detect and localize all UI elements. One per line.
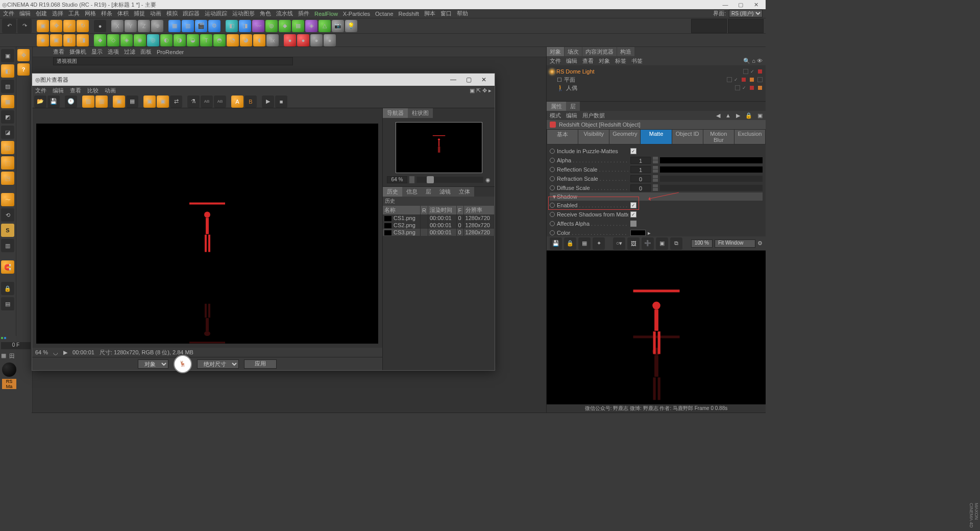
alpha-slider[interactable]	[660, 157, 763, 163]
axis-mode-icon[interactable]: ◪	[1, 126, 14, 139]
rv-image-icon[interactable]: 🖼	[627, 237, 640, 250]
pv-htab-stereo[interactable]: 立体	[455, 187, 474, 197]
pv-minimize-button[interactable]: —	[446, 76, 461, 83]
menu-mograph[interactable]: 运动图形	[232, 10, 255, 17]
rv-lock-icon[interactable]: 🔒	[564, 237, 576, 250]
menu-snap[interactable]: 捕捉	[134, 10, 145, 17]
scale-tool-icon[interactable]: ⤢	[63, 20, 76, 32]
obj-plane[interactable]: ☐ 平面 ✓	[550, 76, 763, 84]
obj-dome-light[interactable]: RS Dome Light ✓	[550, 67, 763, 76]
col-time[interactable]: 渲染时间	[428, 206, 456, 214]
rotate-tool-icon[interactable]: ↻	[77, 20, 89, 32]
render-canvas[interactable]	[547, 251, 766, 404]
pv-history-icon[interactable]: 🕙	[65, 95, 77, 108]
tb2-10[interactable]: ◐	[160, 34, 173, 46]
pv-menu-compare[interactable]: 比较	[87, 87, 99, 94]
tb2-r1[interactable]: ●	[284, 34, 296, 46]
menu-tracker[interactable]: 跟踪器	[183, 10, 200, 17]
pv-zoom-slider[interactable]	[416, 177, 483, 183]
lock-icon[interactable]: 🔒	[1, 282, 14, 295]
attr-nav-fwd-icon[interactable]: ▶	[736, 112, 740, 119]
menu-simulate[interactable]: 模拟	[166, 10, 178, 17]
pv-close-icon[interactable]: ▸	[488, 87, 492, 94]
pv-navigator-thumb[interactable]	[396, 122, 482, 173]
attr-nav-up-icon[interactable]: ▲	[725, 112, 731, 118]
tb2-14[interactable]: ◓	[213, 34, 226, 46]
menu-octane[interactable]: Octane	[375, 11, 393, 17]
tb2-9[interactable]: ◎	[147, 34, 159, 46]
menu-pipeline[interactable]: 流水线	[276, 10, 293, 17]
alpha-spinner[interactable]	[653, 157, 658, 164]
pv-dock-icon[interactable]: ▣	[470, 87, 475, 94]
at-visibility[interactable]: Visibility	[578, 130, 609, 144]
render-pv-icon[interactable]: ⚙	[208, 20, 220, 32]
model-mode-icon[interactable]: ◧	[1, 64, 14, 78]
deformer-icon[interactable]: ◈	[305, 20, 317, 32]
tb2-3[interactable]: ◧	[63, 34, 76, 46]
close-button[interactable]: ✕	[748, 2, 764, 8]
snap-p-icon[interactable]: ▥	[1, 239, 14, 252]
rs-tag-2[interactable]	[741, 77, 746, 82]
pv-bottom-apply[interactable]: 应用	[244, 359, 277, 369]
pv-ab-icon[interactable]: AB	[201, 95, 213, 108]
rv-zoom[interactable]: 100 %	[691, 239, 713, 248]
menu-animate[interactable]: 动画	[150, 10, 161, 17]
menu-help[interactable]: 帮助	[457, 10, 468, 17]
at-matte[interactable]: Matte	[641, 130, 671, 144]
pv-tab-histogram[interactable]: 柱状图	[408, 108, 433, 118]
search-icon[interactable]: 🔍	[743, 58, 750, 64]
rv-frame-icon[interactable]: ▣	[656, 237, 668, 250]
tb2-r2[interactable]: ●	[297, 34, 309, 46]
rv-fit[interactable]: Fit Window	[715, 239, 755, 248]
tb2-13[interactable]: T	[200, 34, 212, 46]
tb2-6[interactable]: ◇	[107, 34, 119, 46]
tb2-2[interactable]: ▣	[50, 34, 62, 46]
mat-tag[interactable]	[749, 77, 754, 82]
tb2-17[interactable]: ◖	[253, 34, 265, 46]
menu-redshift[interactable]: Redshift	[399, 11, 419, 17]
view-menu-camera[interactable]: 摄像机	[69, 48, 86, 56]
tb2-g2[interactable]: ●	[324, 34, 336, 46]
environment-icon[interactable]: △	[318, 20, 331, 32]
view-menu-filter[interactable]: 过滤	[124, 48, 135, 56]
render-region-icon[interactable]: ▥	[182, 20, 194, 32]
curve-mode-icon[interactable]: 〜	[1, 193, 14, 206]
magnet-icon[interactable]: 🧲	[1, 260, 14, 274]
viewport-layout-2[interactable]	[728, 19, 764, 33]
menu-tools[interactable]: 工具	[68, 10, 80, 17]
view-menu-display[interactable]: 显示	[91, 48, 103, 56]
edge-mode-icon[interactable]: ⬚	[1, 156, 14, 170]
pv-htab-filter[interactable]: 滤镜	[435, 187, 455, 197]
at-basic[interactable]: 基本	[547, 130, 578, 144]
at-geometry[interactable]: Geometry	[609, 130, 640, 144]
eye-icon[interactable]: 👁	[757, 58, 763, 64]
hist-row-1[interactable]: CS1.png00:00:0101280x720	[383, 214, 495, 222]
coord-system-icon[interactable]: ⊕	[151, 20, 163, 32]
z-axis-icon[interactable]: Z	[138, 20, 150, 32]
menu-motiontr[interactable]: 运动跟踪	[205, 10, 227, 17]
tb2-8[interactable]: ◉	[134, 34, 146, 46]
attr-lock-icon[interactable]: 🔒	[745, 112, 752, 119]
om-tab-structure[interactable]: 构造	[617, 47, 634, 56]
om-menu-object[interactable]: 对象	[599, 57, 610, 65]
pv-multi-icon[interactable]: ▦	[126, 95, 138, 108]
view-menu-options[interactable]: 选项	[108, 48, 119, 56]
layout-select[interactable]: RS (用户)	[729, 10, 763, 17]
pv-zoom-fit-icon[interactable]: ◉	[485, 177, 491, 183]
pv-pop-icon[interactable]: ✥	[482, 87, 487, 94]
spline-icon[interactable]: 〰	[252, 20, 264, 32]
pv-maximize-button[interactable]: ▢	[461, 76, 476, 83]
view-menu-view[interactable]: 查看	[53, 48, 64, 56]
pv-single-icon[interactable]: ▣	[113, 95, 125, 108]
help-icon[interactable]: ?	[17, 63, 30, 76]
y-axis-icon[interactable]: Y	[125, 20, 137, 32]
ext-tag[interactable]	[757, 77, 763, 82]
tb2-7[interactable]: ◈	[120, 34, 133, 46]
pv-menu-view[interactable]: 查看	[70, 87, 81, 94]
minimize-button[interactable]: —	[718, 2, 733, 8]
pv-open-icon[interactable]: 📂	[34, 95, 46, 108]
vis-tag-2[interactable]	[727, 77, 732, 82]
pv-b-icon[interactable]: B	[244, 95, 257, 108]
rv-grid-icon[interactable]: ▦	[578, 237, 591, 250]
pv-bottom-obj[interactable]: 对象	[138, 359, 168, 369]
